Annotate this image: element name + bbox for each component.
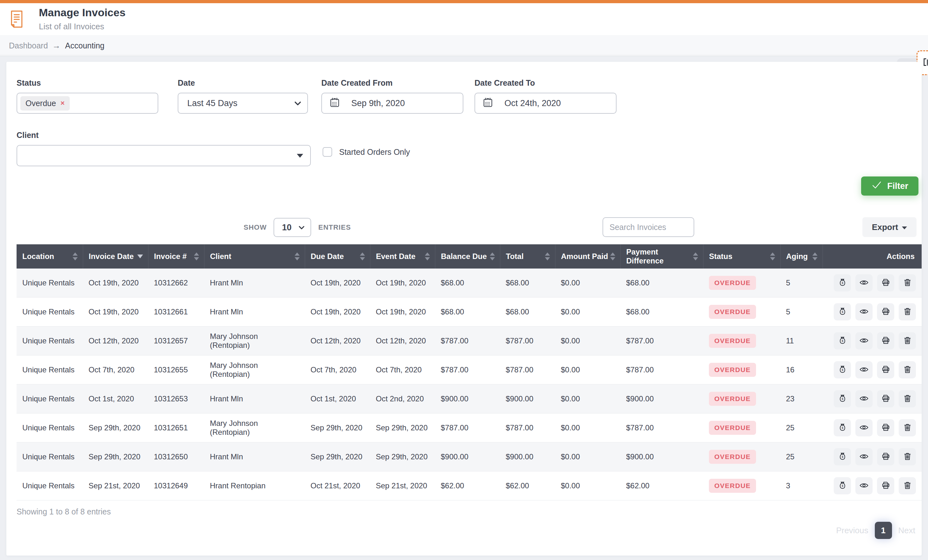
eye-icon — [859, 278, 869, 288]
status-multiselect[interactable]: Overdue × — [17, 93, 158, 114]
print-invoice-button[interactable] — [877, 332, 894, 349]
search-input[interactable] — [603, 217, 694, 237]
money-bag-icon: $ — [838, 336, 847, 346]
column-header-total[interactable]: Total — [500, 244, 555, 269]
collect-payment-button[interactable]: $ — [834, 477, 851, 494]
view-invoice-button[interactable] — [855, 390, 873, 407]
column-header-due-date[interactable]: Due Date — [305, 244, 370, 269]
status-badge: OVERDUE — [709, 363, 756, 377]
column-header-amount-paid[interactable]: Amount Paid — [555, 244, 620, 269]
cell-status: OVERDUE — [703, 414, 780, 443]
delete-invoice-button[interactable] — [899, 274, 916, 291]
column-header-status[interactable]: Status — [703, 244, 780, 269]
cell-due-date: Sep 29th, 2020 — [305, 414, 370, 443]
sort-icon — [295, 253, 300, 261]
date-range-select[interactable]: Last 45 Days — [178, 93, 308, 114]
print-invoice-button[interactable] — [877, 274, 894, 291]
delete-invoice-button[interactable] — [899, 361, 916, 378]
cell-total: $62.00 — [500, 471, 555, 500]
cell-aging: 25 — [780, 414, 823, 443]
cell-total: $68.00 — [500, 298, 555, 327]
delete-invoice-button[interactable] — [899, 477, 916, 494]
delete-invoice-button[interactable] — [899, 332, 916, 349]
eye-icon — [859, 336, 869, 346]
svg-text:$: $ — [841, 484, 843, 487]
cell-actions: $ — [823, 443, 922, 471]
column-label: Aging — [786, 252, 808, 261]
column-header-invoice-date[interactable]: Invoice Date — [83, 244, 148, 269]
page-1-button[interactable]: 1 — [875, 522, 892, 539]
collect-payment-button[interactable]: $ — [834, 332, 851, 349]
next-page-button[interactable]: Next — [898, 526, 915, 536]
print-invoice-button[interactable] — [877, 390, 894, 407]
cell-actions: $ — [823, 414, 922, 443]
cell-aging: 3 — [780, 471, 823, 500]
previous-page-button[interactable]: Previous — [836, 526, 868, 536]
print-invoice-button[interactable] — [877, 448, 894, 465]
started-orders-label: Started Orders Only — [339, 148, 410, 157]
collect-payment-button[interactable]: $ — [834, 274, 851, 291]
delete-invoice-button[interactable] — [899, 419, 916, 436]
print-invoice-button[interactable] — [877, 419, 894, 436]
cell-amount-paid: $0.00 — [555, 327, 620, 356]
page-size-select[interactable]: 10 — [273, 218, 311, 237]
column-header-client[interactable]: Client — [204, 244, 305, 269]
printer-icon — [881, 365, 891, 375]
cell-balance-due: $900.00 — [435, 385, 500, 414]
status-badge: OVERDUE — [709, 421, 756, 435]
cell-aging: 16 — [780, 356, 823, 385]
print-invoice-button[interactable] — [877, 361, 894, 378]
cell-amount-paid: $0.00 — [555, 356, 620, 385]
collect-payment-button[interactable]: $ — [834, 303, 851, 320]
collect-payment-button[interactable]: $ — [834, 448, 851, 465]
view-invoice-button[interactable] — [855, 361, 873, 378]
calendar-icon — [482, 97, 494, 110]
print-invoice-button[interactable] — [877, 477, 894, 494]
view-invoice-button[interactable] — [855, 419, 873, 436]
cell-event-date: Oct 19th, 2020 — [370, 269, 435, 298]
collect-payment-button[interactable]: $ — [834, 419, 851, 436]
view-invoice-button[interactable] — [855, 477, 873, 494]
column-header-invoice[interactable]: Invoice # — [148, 244, 204, 269]
collect-payment-button[interactable]: $ — [834, 361, 851, 378]
view-invoice-button[interactable] — [855, 274, 873, 291]
sort-icon — [360, 253, 365, 261]
eye-icon — [859, 452, 869, 462]
view-invoice-button[interactable] — [855, 448, 873, 465]
breadcrumb-accounting: Accounting — [65, 41, 104, 50]
delete-invoice-button[interactable] — [899, 448, 916, 465]
cell-status: OVERDUE — [703, 269, 780, 298]
view-invoice-button[interactable] — [855, 303, 873, 320]
print-invoice-button[interactable] — [877, 303, 894, 320]
delete-invoice-button[interactable] — [899, 303, 916, 320]
sort-icon — [610, 253, 615, 261]
view-invoice-button[interactable] — [855, 332, 873, 349]
column-header-payment-difference[interactable]: Payment Difference — [620, 244, 703, 269]
printer-icon — [881, 307, 891, 317]
cell-event-date: Oct 19th, 2020 — [370, 298, 435, 327]
date-from-input[interactable]: Sep 9th, 2020 — [321, 93, 463, 114]
delete-invoice-button[interactable] — [899, 390, 916, 407]
cell-aging: 5 — [780, 298, 823, 327]
cell-aging: 5 — [780, 269, 823, 298]
column-header-aging[interactable]: Aging — [780, 244, 823, 269]
column-header-balance-due[interactable]: Balance Due — [435, 244, 500, 269]
column-header-event-date[interactable]: Event Date — [370, 244, 435, 269]
entries-summary: Showing 1 to 8 of 8 entries — [17, 507, 111, 516]
cell-due-date: Oct 19th, 2020 — [305, 298, 370, 327]
export-button[interactable]: Export — [862, 217, 917, 237]
svg-text:$: $ — [841, 339, 843, 342]
column-header-location[interactable]: Location — [17, 244, 83, 269]
cell-actions: $ — [823, 385, 922, 414]
status-badge: OVERDUE — [709, 392, 756, 406]
eye-icon — [859, 481, 869, 491]
collect-payment-button[interactable]: $ — [834, 390, 851, 407]
filter-button[interactable]: Filter — [861, 177, 919, 195]
remove-tag-icon[interactable]: × — [61, 99, 65, 107]
date-to-input[interactable]: Oct 24th, 2020 — [475, 93, 617, 114]
started-orders-checkbox[interactable] — [323, 147, 332, 157]
breadcrumb-dashboard[interactable]: Dashboard — [9, 41, 48, 50]
client-select[interactable] — [17, 145, 311, 166]
column-header-actions: Actions — [823, 244, 922, 269]
trash-icon — [902, 278, 913, 288]
